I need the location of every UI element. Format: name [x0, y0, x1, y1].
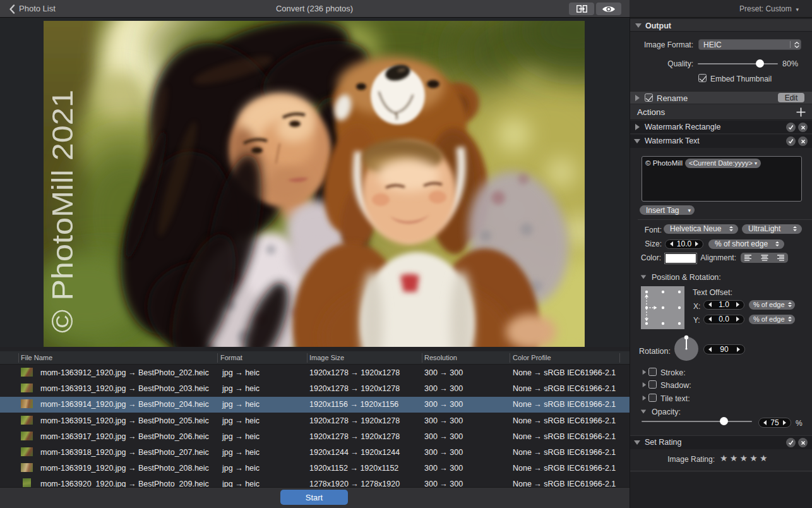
svg-text:© PhotoMill 2021: © PhotoMill 2021	[45, 90, 79, 333]
